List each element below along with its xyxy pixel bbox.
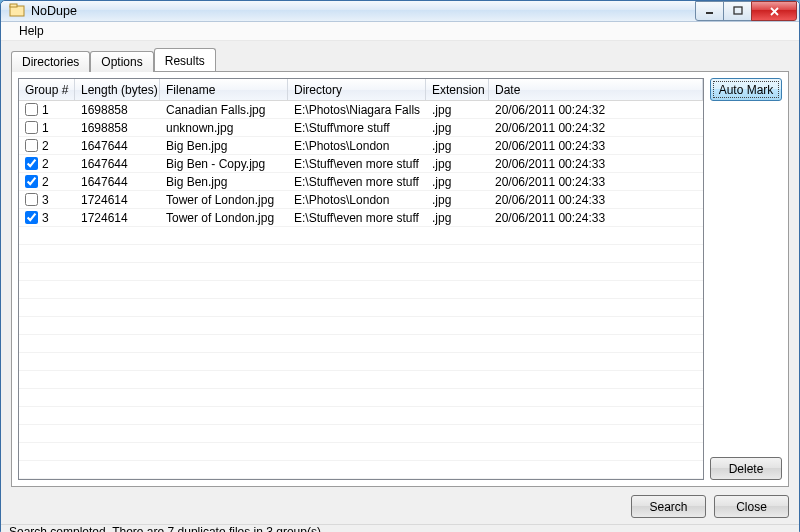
cell-directory: E:\Stuff\even more stuff <box>288 211 426 225</box>
row-checkbox[interactable] <box>25 139 38 152</box>
empty-row <box>19 299 703 317</box>
table-row[interactable]: 21647644Big Ben - Copy.jpgE:\Stuff\even … <box>19 155 703 173</box>
close-button[interactable]: Close <box>714 495 789 518</box>
cell-length: 1698858 <box>75 121 160 135</box>
cell-date: 20/06/2011 00:24:33 <box>489 175 703 189</box>
empty-row <box>19 317 703 335</box>
svg-rect-3 <box>734 7 742 14</box>
col-extension[interactable]: Extension <box>426 79 489 100</box>
cell-extension: .jpg <box>426 103 489 117</box>
cell-filename: Big Ben - Copy.jpg <box>160 157 288 171</box>
cell-group: 2 <box>42 157 49 171</box>
cell-date: 20/06/2011 00:24:33 <box>489 139 703 153</box>
cell-length: 1647644 <box>75 175 160 189</box>
minimize-button[interactable] <box>695 1 724 21</box>
row-checkbox[interactable] <box>25 175 38 188</box>
cell-extension: .jpg <box>426 211 489 225</box>
cell-extension: .jpg <box>426 193 489 207</box>
cell-length: 1647644 <box>75 157 160 171</box>
status-text: Search completed. There are 7 duplicate … <box>9 525 321 532</box>
cell-extension: .jpg <box>426 121 489 135</box>
search-button[interactable]: Search <box>631 495 706 518</box>
cell-group: 2 <box>42 139 49 153</box>
results-body: 11698858Canadian Falls.jpgE:\Photos\Niag… <box>19 101 703 479</box>
row-checkbox[interactable] <box>25 193 38 206</box>
row-checkbox[interactable] <box>25 157 38 170</box>
col-directory[interactable]: Directory <box>288 79 426 100</box>
cell-filename: Tower of London.jpg <box>160 211 288 225</box>
cell-directory: E:\Photos\Niagara Falls <box>288 103 426 117</box>
cell-filename: Canadian Falls.jpg <box>160 103 288 117</box>
empty-row <box>19 425 703 443</box>
delete-button[interactable]: Delete <box>710 457 782 480</box>
app-window: NoDupe Help Directories Options Results <box>0 0 800 532</box>
empty-row <box>19 443 703 461</box>
menu-help[interactable]: Help <box>11 22 52 40</box>
app-icon <box>9 3 25 19</box>
window-buttons <box>696 1 797 21</box>
col-length[interactable]: Length (bytes) <box>75 79 160 100</box>
window-title: NoDupe <box>31 4 77 18</box>
cell-date: 20/06/2011 00:24:33 <box>489 193 703 207</box>
cell-filename: Tower of London.jpg <box>160 193 288 207</box>
tab-directories[interactable]: Directories <box>11 51 90 72</box>
cell-group: 2 <box>42 175 49 189</box>
cell-filename: Big Ben.jpg <box>160 139 288 153</box>
table-row[interactable]: 11698858Canadian Falls.jpgE:\Photos\Niag… <box>19 101 703 119</box>
col-date[interactable]: Date <box>489 79 703 100</box>
empty-row <box>19 263 703 281</box>
empty-row <box>19 371 703 389</box>
cell-group: 1 <box>42 103 49 117</box>
cell-date: 20/06/2011 00:24:33 <box>489 157 703 171</box>
cell-extension: .jpg <box>426 175 489 189</box>
menubar: Help <box>1 22 799 41</box>
cell-directory: E:\Stuff\more stuff <box>288 121 426 135</box>
table-row[interactable]: 21647644Big Ben.jpgE:\Stuff\even more st… <box>19 173 703 191</box>
tab-strip: Directories Options Results <box>11 49 789 71</box>
cell-group: 3 <box>42 193 49 207</box>
table-row[interactable]: 31724614Tower of London.jpgE:\Photos\Lon… <box>19 191 703 209</box>
close-window-button[interactable] <box>751 1 797 21</box>
col-filename[interactable]: Filename <box>160 79 288 100</box>
cell-extension: .jpg <box>426 157 489 171</box>
results-list[interactable]: Group # Length (bytes) Filename Director… <box>18 78 704 480</box>
table-row[interactable]: 21647644Big Ben.jpgE:\Photos\London.jpg2… <box>19 137 703 155</box>
cell-length: 1724614 <box>75 193 160 207</box>
results-header: Group # Length (bytes) Filename Director… <box>19 79 703 101</box>
svg-rect-1 <box>10 4 17 7</box>
empty-row <box>19 335 703 353</box>
empty-row <box>19 281 703 299</box>
empty-row <box>19 461 703 479</box>
cell-length: 1724614 <box>75 211 160 225</box>
empty-row <box>19 389 703 407</box>
side-spacer <box>710 107 782 451</box>
cell-directory: E:\Stuff\even more stuff <box>288 157 426 171</box>
cell-date: 20/06/2011 00:24:32 <box>489 121 703 135</box>
cell-directory: E:\Stuff\even more stuff <box>288 175 426 189</box>
tab-options[interactable]: Options <box>90 51 153 72</box>
row-checkbox[interactable] <box>25 211 38 224</box>
maximize-button[interactable] <box>723 1 752 21</box>
row-checkbox[interactable] <box>25 103 38 116</box>
cell-length: 1698858 <box>75 103 160 117</box>
table-row[interactable]: 11698858unknown.jpgE:\Stuff\more stuff.j… <box>19 119 703 137</box>
automark-button[interactable]: Auto Mark <box>710 78 782 101</box>
tab-results[interactable]: Results <box>154 48 216 71</box>
titlebar: NoDupe <box>1 1 799 22</box>
cell-filename: unknown.jpg <box>160 121 288 135</box>
empty-row <box>19 245 703 263</box>
client-area: Directories Options Results Group # Leng… <box>1 41 799 524</box>
row-checkbox[interactable] <box>25 121 38 134</box>
cell-extension: .jpg <box>426 139 489 153</box>
table-row[interactable]: 31724614Tower of London.jpgE:\Stuff\even… <box>19 209 703 227</box>
empty-row <box>19 353 703 371</box>
cell-length: 1647644 <box>75 139 160 153</box>
bottom-buttons: Search Close <box>11 487 789 524</box>
cell-group: 3 <box>42 211 49 225</box>
cell-filename: Big Ben.jpg <box>160 175 288 189</box>
tab-panel-results: Group # Length (bytes) Filename Director… <box>11 71 789 487</box>
col-group[interactable]: Group # <box>19 79 75 100</box>
cell-date: 20/06/2011 00:24:33 <box>489 211 703 225</box>
cell-date: 20/06/2011 00:24:32 <box>489 103 703 117</box>
cell-group: 1 <box>42 121 49 135</box>
